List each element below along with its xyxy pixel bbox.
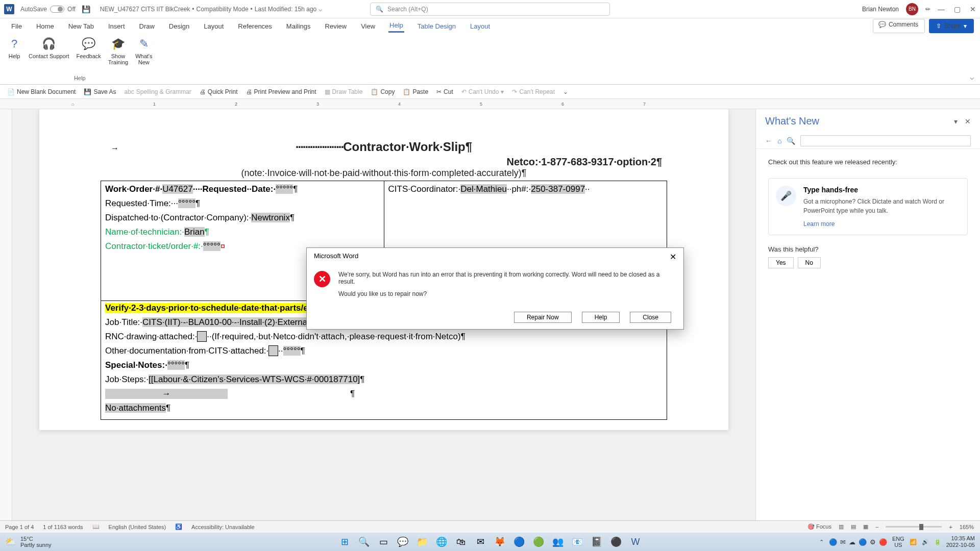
dialog-close-button[interactable]: Close bbox=[630, 312, 671, 323]
tab-draw[interactable]: Draw bbox=[138, 20, 156, 32]
autosave-toggle[interactable]: AutoSave Off bbox=[20, 6, 76, 13]
qa-overflow[interactable]: ⌄ bbox=[563, 88, 568, 95]
tab-help[interactable]: Help bbox=[388, 19, 404, 33]
teams-icon[interactable]: 👥 bbox=[550, 534, 566, 549]
help-button[interactable]: ?Help bbox=[7, 37, 21, 65]
contact-support-button[interactable]: 🎧Contact Support bbox=[29, 37, 69, 65]
minimize-button[interactable]: — bbox=[938, 5, 945, 13]
chat-icon[interactable]: 💬 bbox=[395, 534, 410, 549]
tray-icon[interactable]: ✉ bbox=[840, 538, 846, 546]
tab-home[interactable]: Home bbox=[35, 20, 55, 32]
spotify-icon[interactable]: 🟢 bbox=[531, 534, 546, 549]
tab-layout[interactable]: Layout bbox=[203, 20, 225, 32]
edge-icon[interactable]: 🌐 bbox=[434, 534, 449, 549]
ribbon-content: ?Help 🎧Contact Support 💬Feedback 🎓Show T… bbox=[0, 34, 980, 85]
close-button[interactable]: ✕ bbox=[970, 5, 976, 13]
tab-tabledesign[interactable]: Table Design bbox=[416, 20, 457, 32]
word-taskbar-icon[interactable]: W bbox=[628, 534, 643, 549]
zoom-in-button[interactable]: + bbox=[949, 524, 952, 530]
qa-new-document[interactable]: 📄New Blank Document bbox=[7, 88, 76, 95]
status-page[interactable]: Page 1 of 4 bbox=[5, 524, 34, 530]
onenote-icon[interactable]: 📓 bbox=[589, 534, 604, 549]
qa-quick-print[interactable]: 🖨Quick Print bbox=[200, 88, 238, 95]
qa-cut[interactable]: ✂Cut bbox=[436, 88, 453, 95]
horizontal-ruler[interactable]: ⌂ 1 2 3 4 5 6 7 bbox=[0, 99, 980, 109]
view-web-icon[interactable]: ▦ bbox=[863, 523, 868, 530]
share-button[interactable]: ⇧ Share ▾ bbox=[929, 19, 974, 33]
start-button[interactable]: ⊞ bbox=[337, 534, 352, 549]
volume-icon[interactable]: 🔊 bbox=[922, 539, 929, 545]
coming-soon-icon[interactable]: ✏ bbox=[925, 6, 930, 13]
maximize-button[interactable]: ▢ bbox=[954, 5, 961, 13]
mail-icon[interactable]: ✉ bbox=[473, 534, 488, 549]
view-read-icon[interactable]: ▥ bbox=[839, 523, 844, 530]
status-language[interactable]: English (United States) bbox=[109, 524, 166, 530]
tab-insert[interactable]: Insert bbox=[107, 20, 126, 32]
show-training-button[interactable]: 🎓Show Training bbox=[108, 37, 128, 65]
tab-file[interactable]: File bbox=[10, 20, 23, 32]
wn-back-icon[interactable]: ← bbox=[765, 137, 772, 145]
zoom-slider[interactable] bbox=[886, 526, 942, 528]
status-words[interactable]: 1 of 1163 words bbox=[43, 524, 83, 530]
qa-paste[interactable]: 📋Paste bbox=[403, 88, 428, 95]
repair-now-button[interactable]: Repair Now bbox=[514, 312, 572, 323]
qa-save-as[interactable]: 💾Save As bbox=[84, 88, 116, 95]
tab-mailings[interactable]: Mailings bbox=[285, 20, 312, 32]
task-view-icon[interactable]: ▭ bbox=[376, 534, 391, 549]
language-indicator[interactable]: ENG US bbox=[892, 536, 904, 548]
wn-dropdown-icon[interactable]: ▾ bbox=[954, 117, 958, 126]
clock[interactable]: 10:35 AM 2022-10-05 bbox=[946, 535, 975, 548]
tray-icon[interactable]: 🔵 bbox=[829, 538, 837, 546]
document-title[interactable]: NEW_U47627 CITS IIT BlkCreek • Compatibi… bbox=[100, 6, 322, 13]
qa-copy[interactable]: 📋Copy bbox=[371, 88, 395, 95]
accessibility-icon[interactable]: ♿ bbox=[175, 523, 182, 530]
wn-no-button[interactable]: No bbox=[798, 257, 821, 268]
battery-icon[interactable]: 🔋 bbox=[934, 539, 941, 545]
explorer-icon[interactable]: 📁 bbox=[414, 534, 430, 549]
weather-widget[interactable]: ⛅ 15°C Partly sunny bbox=[5, 536, 52, 548]
outlook-icon[interactable]: 📧 bbox=[570, 534, 585, 549]
whats-new-button[interactable]: ✎What's New bbox=[135, 37, 152, 65]
wn-yes-button[interactable]: Yes bbox=[768, 257, 794, 268]
title-bar: W AutoSave Off 💾 NEW_U47627 CITS IIT Blk… bbox=[0, 0, 980, 18]
tab-review[interactable]: Review bbox=[324, 20, 348, 32]
tray-expand-icon[interactable]: ⌃ bbox=[819, 539, 824, 545]
dialog-close-icon[interactable]: ✕ bbox=[670, 252, 676, 262]
tray-icon[interactable]: ⚙ bbox=[870, 538, 876, 546]
zoom-out-button[interactable]: − bbox=[875, 524, 878, 530]
firefox-icon[interactable]: 🦊 bbox=[492, 534, 507, 549]
wn-home-icon[interactable]: ⌂ bbox=[777, 137, 781, 145]
view-print-icon[interactable]: ▤ bbox=[851, 523, 856, 530]
tray-icon[interactable]: 🔴 bbox=[879, 538, 887, 546]
chrome-icon[interactable]: 🔵 bbox=[511, 534, 527, 549]
taskbar-search-icon[interactable]: 🔍 bbox=[356, 534, 372, 549]
focus-mode-button[interactable]: 🎯 Focus bbox=[807, 523, 831, 530]
app-icon[interactable]: ⚫ bbox=[608, 534, 624, 549]
tab-newtab[interactable]: New Tab bbox=[67, 20, 95, 32]
ribbon-collapse-icon[interactable]: ⌵ bbox=[970, 73, 974, 81]
user-avatar[interactable]: BN bbox=[906, 3, 918, 15]
status-accessibility[interactable]: Accessibility: Unavailable bbox=[191, 524, 255, 530]
wifi-icon[interactable]: 📶 bbox=[910, 539, 917, 545]
feedback-button[interactable]: 💬Feedback bbox=[77, 37, 101, 65]
search-box[interactable]: 🔍 Search (Alt+Q) bbox=[370, 3, 610, 16]
qa-print-preview[interactable]: 🖨Print Preview and Print bbox=[246, 88, 316, 95]
tray-icon[interactable]: 🔵 bbox=[859, 538, 867, 546]
tab-design[interactable]: Design bbox=[168, 20, 190, 32]
vertical-ruler[interactable] bbox=[0, 109, 12, 533]
wn-close-icon[interactable]: ✕ bbox=[965, 117, 971, 126]
tab-references[interactable]: References bbox=[237, 20, 273, 32]
wn-search-input[interactable] bbox=[800, 135, 971, 146]
zoom-level[interactable]: 165% bbox=[960, 524, 974, 530]
store-icon[interactable]: 🛍 bbox=[453, 534, 469, 549]
comments-button[interactable]: 💬 Comments bbox=[873, 19, 925, 33]
tab-tablelayout[interactable]: Layout bbox=[469, 20, 491, 32]
status-spellcheck-icon[interactable]: 📖 bbox=[92, 523, 100, 530]
tray-icon[interactable]: ☁ bbox=[849, 538, 855, 546]
tab-view[interactable]: View bbox=[360, 20, 376, 32]
user-name[interactable]: Brian Newton bbox=[862, 6, 899, 13]
dialog-help-button[interactable]: Help bbox=[582, 312, 620, 323]
autosave-switch[interactable] bbox=[50, 6, 64, 13]
wn-learn-more-link[interactable]: Learn more bbox=[803, 220, 960, 228]
save-icon[interactable]: 💾 bbox=[82, 5, 90, 13]
